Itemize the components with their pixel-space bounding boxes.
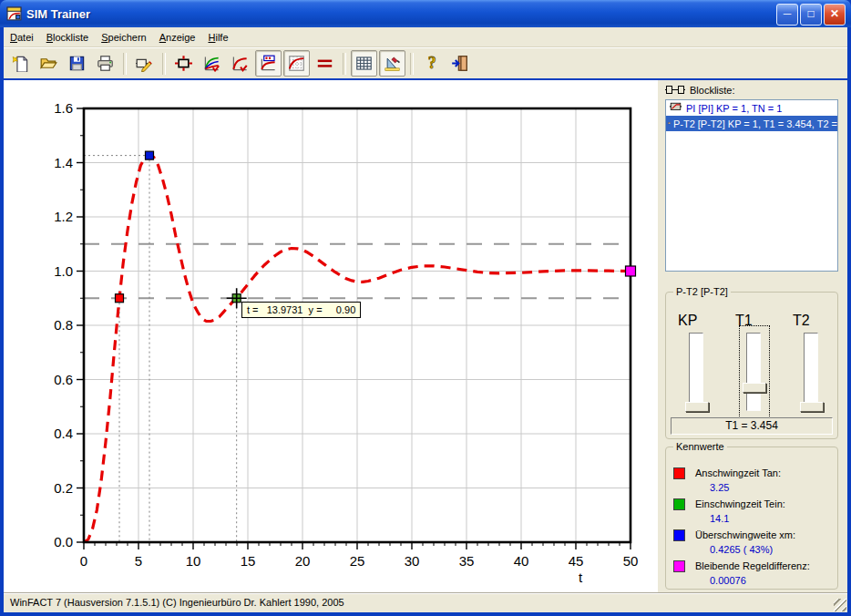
open-folder-icon <box>40 55 57 72</box>
kennwert-color-swatch <box>673 467 685 479</box>
x-tick-label: 5 <box>135 553 142 569</box>
block-parameter-title: P-T2 [P-T2] <box>673 286 731 297</box>
y-tick-label: 1.0 <box>54 263 73 279</box>
blockliste-item[interactable]: P-T2 [P-T2] KP = 1, T1 = 3.454, T2 = <box>666 116 837 131</box>
kennwert-label: Anschwingzeit Tan: <box>695 467 781 478</box>
kennwert-value: 0.00076 <box>710 575 746 586</box>
y-tick-label: 0.2 <box>54 480 73 496</box>
menu-bar: DateiBlocklisteSpeichernAnzeigeHilfe <box>4 27 847 47</box>
kennwert-color-swatch <box>673 560 685 572</box>
curve-grid-config-icon <box>288 55 305 72</box>
save-icon <box>68 55 86 72</box>
regeldifferenz-marker[interactable] <box>626 266 636 276</box>
toolbar-button-new-document[interactable] <box>7 50 34 77</box>
window-title: SIM Trainer <box>26 7 90 21</box>
toolbar-button-curve-readout[interactable] <box>255 50 282 77</box>
ueberschwingweite-marker[interactable] <box>146 151 154 159</box>
kennwert-color-swatch <box>673 498 685 510</box>
blockliste-label: Blockliste: <box>690 85 735 96</box>
toolbar-separator <box>123 53 127 75</box>
status-text: WinFACT 7 (Hausversion 7.1.5.1) (C) Inge… <box>10 597 344 608</box>
menu-item-blockliste[interactable]: Blockliste <box>40 29 95 46</box>
blockliste-header: Blockliste: <box>665 84 735 96</box>
kennwerte-group: Kennwerte Anschwingzeit Tan:3.25Einschwi… <box>665 447 838 590</box>
slider-thumb-t2[interactable] <box>800 402 824 412</box>
chart-panel: 051015202530354045500.00.20.40.60.81.01.… <box>4 80 658 592</box>
y-tick-label: 0.6 <box>54 372 73 387</box>
app-icon <box>6 6 22 22</box>
slider-label-kp: KP <box>678 313 714 329</box>
blockliste-item[interactable]: PI [PI] KP = 1, TN = 1 <box>666 100 837 116</box>
toolbar-button-single-curve[interactable] <box>227 50 253 77</box>
measure-tools-icon <box>384 55 401 72</box>
slider-track-kp[interactable] <box>689 333 703 411</box>
multi-curves-icon <box>203 55 220 72</box>
pi-block-icon <box>668 102 683 114</box>
anschwingzeit-marker[interactable] <box>116 294 124 303</box>
slider-value-box: T1 = 3.454 <box>671 417 833 435</box>
y-tick-label: 1.6 <box>54 100 73 116</box>
kennwert-value: 0.4265 ( 43%) <box>710 544 773 555</box>
toolbar-button-tolerance-lines[interactable] <box>312 50 338 77</box>
slider-track-t2[interactable] <box>804 333 818 411</box>
pt2-block-icon <box>668 118 671 129</box>
single-curve-icon <box>231 55 249 72</box>
svg-text:?: ? <box>428 55 436 72</box>
edit-block-icon <box>136 55 153 72</box>
kennwerte-title: Kennwerte <box>673 441 727 452</box>
x-axis-label: t <box>579 570 583 585</box>
x-tick-label: 45 <box>569 553 584 569</box>
toolbar-button-measure-tools[interactable] <box>379 50 405 77</box>
toolbar-button-help[interactable]: ? <box>418 50 445 77</box>
x-tick-label: 10 <box>186 553 201 569</box>
toolbar-button-edit-block[interactable] <box>131 50 158 77</box>
help-icon: ? <box>423 55 440 72</box>
zoom-frame-icon <box>175 55 192 72</box>
toolbar: ? <box>4 47 847 78</box>
tolerance-lines-icon <box>316 55 333 72</box>
minimize-button[interactable]: ─ <box>776 4 798 26</box>
maximize-button[interactable]: □ <box>800 4 822 26</box>
title-bar: SIM Trainer ─ □ ✕ <box>0 0 851 27</box>
y-tick-label: 1.2 <box>54 209 73 224</box>
resize-grip[interactable] <box>834 599 846 611</box>
kennwert-value: 3.25 <box>710 482 729 493</box>
menu-item-hilfe[interactable]: Hilfe <box>201 29 234 46</box>
blockliste-item-text: PI [PI] KP = 1, TN = 1 <box>686 103 782 114</box>
exit-icon <box>451 55 468 72</box>
slider-focus-rect <box>739 325 770 418</box>
toolbar-button-multi-curves[interactable] <box>199 50 225 77</box>
right-panel: Blockliste: PI [PI] KP = 1, TN = 1P-T2 [… <box>658 80 847 592</box>
readout-tooltip: t = 13.9731 y = 0.90 <box>241 302 361 318</box>
new-document-icon <box>12 55 29 72</box>
blockliste-listbox[interactable]: PI [PI] KP = 1, TN = 1P-T2 [P-T2] KP = 1… <box>665 99 838 272</box>
app-window: SIM Trainer ─ □ ✕ DateiBlocklisteSpeiche… <box>0 0 851 616</box>
chart-svg[interactable]: 051015202530354045500.00.20.40.60.81.01.… <box>4 80 658 592</box>
toolbar-button-print[interactable] <box>92 50 118 77</box>
kennwert-color-swatch <box>673 529 685 541</box>
slider-thumb-kp[interactable] <box>685 402 709 412</box>
toolbar-button-curve-grid-config[interactable] <box>283 50 310 77</box>
blockliste-item-text: P-T2 [P-T2] KP = 1, T1 = 3.454, T2 = <box>673 118 837 129</box>
kennwert-label: Überschwingweite xm: <box>695 529 795 540</box>
y-tick-label: 0.0 <box>54 534 73 549</box>
toolbar-separator <box>410 53 414 75</box>
toolbar-button-open-folder[interactable] <box>36 50 62 77</box>
menu-item-speichern[interactable]: Speichern <box>95 29 153 46</box>
x-tick-label: 25 <box>350 553 365 569</box>
x-tick-label: 30 <box>405 553 420 569</box>
menu-item-datei[interactable]: Datei <box>4 29 40 46</box>
kennwert-label: Einschwingzeit Tein: <box>695 498 785 509</box>
toolbar-button-exit[interactable] <box>446 50 473 77</box>
status-bar: WinFACT 7 (Hausversion 7.1.5.1) (C) Inge… <box>4 592 847 612</box>
toolbar-button-zoom-frame[interactable] <box>170 50 197 77</box>
toolbar-button-grid[interactable] <box>351 50 377 77</box>
toolbar-separator <box>162 53 166 75</box>
toolbar-button-save[interactable] <box>64 50 90 77</box>
menu-item-anzeige[interactable]: Anzeige <box>153 29 202 46</box>
close-button[interactable]: ✕ <box>824 4 846 26</box>
grid-icon <box>355 55 373 72</box>
x-tick-label: 0 <box>80 553 87 569</box>
toolbar-separator <box>343 53 346 75</box>
x-tick-label: 50 <box>623 553 639 569</box>
